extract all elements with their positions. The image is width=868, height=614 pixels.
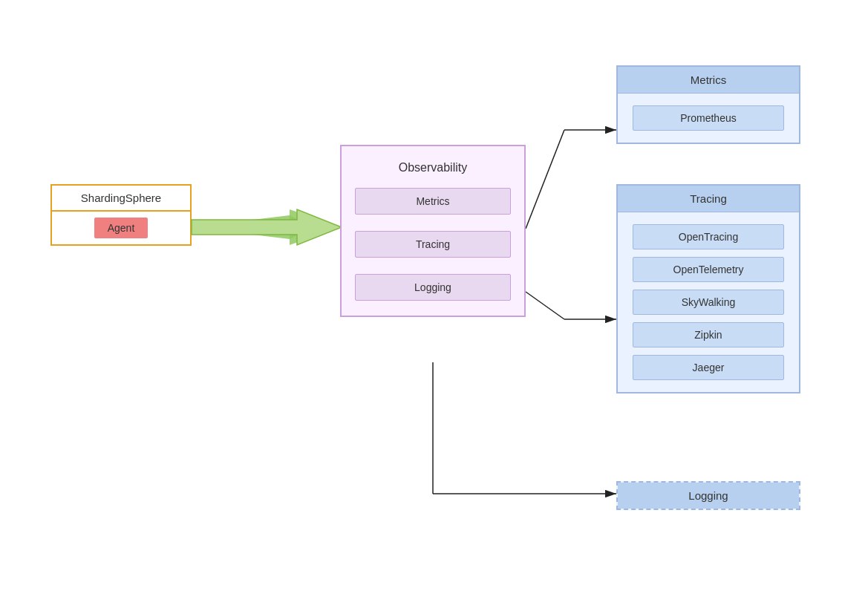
tracing-panel-body: OpenTracing OpenTelemetry SkyWalking Zip… [618, 212, 799, 392]
observability-title: Observability [355, 161, 511, 174]
panel-item-prometheus: Prometheus [633, 105, 784, 131]
tracing-panel-title: Tracing [618, 186, 799, 212]
panel-item-opentracing: OpenTracing [633, 224, 784, 249]
tracing-panel: Tracing OpenTracing OpenTelemetry SkyWal… [616, 184, 800, 393]
green-arrow-polygon [192, 209, 342, 245]
obs-item-logging: Logging [355, 274, 511, 301]
panel-item-opentelemetry: OpenTelemetry [633, 257, 784, 282]
metrics-panel-title: Metrics [618, 67, 799, 94]
line-tracing-1 [526, 292, 564, 319]
logging-panel: Logging [616, 481, 800, 510]
line-metrics-1 [526, 130, 564, 229]
sharding-box: ShardingSphere Agent [50, 184, 192, 246]
panel-item-zipkin: Zipkin [633, 322, 784, 347]
green-arrow-head [290, 209, 340, 245]
observability-box: Observability Metrics Tracing Logging [340, 145, 526, 317]
obs-item-metrics: Metrics [355, 188, 511, 215]
metrics-panel: Metrics Prometheus [616, 65, 800, 144]
green-arrow-shape [192, 215, 312, 239]
logging-panel-title: Logging [618, 483, 799, 509]
panel-item-skywalking: SkyWalking [633, 290, 784, 315]
obs-item-tracing: Tracing [355, 231, 511, 258]
sharding-title: ShardingSphere [52, 186, 190, 212]
diagram-container: ShardingSphere Agent [0, 0, 868, 614]
panel-item-jaeger: Jaeger [633, 355, 784, 380]
sharding-body: Agent [52, 212, 190, 244]
agent-badge: Agent [94, 218, 149, 238]
metrics-panel-body: Prometheus [618, 94, 799, 143]
